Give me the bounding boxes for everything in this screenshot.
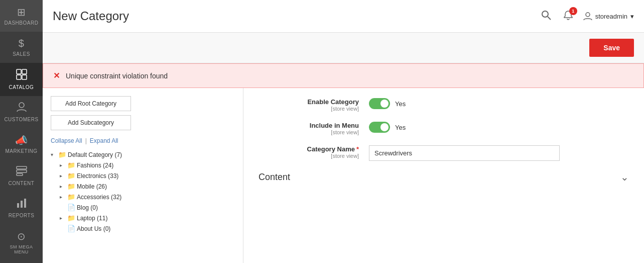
add-root-category-button[interactable]: Add Root Category xyxy=(51,96,131,111)
tree-folder-icon: 📁 xyxy=(67,172,75,180)
collapse-all-link[interactable]: Collapse All xyxy=(51,137,82,144)
section-toggle-icon[interactable]: ⌄ xyxy=(620,171,629,183)
content-icon xyxy=(16,166,27,179)
tree-expand-icon: ▸ xyxy=(60,162,66,168)
svg-rect-10 xyxy=(24,199,26,208)
tree-folder-icon: 📄 xyxy=(67,204,75,211)
notifications-button[interactable]: 1 xyxy=(561,8,575,25)
svg-rect-2 xyxy=(17,75,21,79)
sidebar-item-sales[interactable]: $ Sales xyxy=(0,32,43,63)
tree-folder-icon: 📁 xyxy=(67,193,75,201)
include-menu-control: Yes xyxy=(369,122,406,133)
user-avatar-icon xyxy=(583,12,592,21)
category-name-control xyxy=(369,145,560,161)
include-menu-value: Yes xyxy=(395,124,406,131)
save-button[interactable]: Save xyxy=(589,39,634,57)
tree-item[interactable]: ▸ 📁 Mobile (26) xyxy=(60,181,235,192)
svg-line-12 xyxy=(548,17,551,20)
marketing-icon: 📣 xyxy=(15,134,28,146)
category-name-row: Category Name* [store view] xyxy=(259,145,629,161)
sidebar-item-reports[interactable]: Reports xyxy=(0,192,43,224)
toggle-track xyxy=(369,122,390,133)
tree-folder-icon: 📁 xyxy=(67,183,75,190)
search-button[interactable] xyxy=(539,8,553,25)
include-menu-label: Include in Menu xyxy=(259,122,359,129)
enable-category-row: Enable Category [store view] Yes xyxy=(259,98,629,112)
tree-root-label: Default Category (7) xyxy=(68,151,122,158)
sales-icon: $ xyxy=(19,38,25,49)
tree-folder-icon: 📄 xyxy=(67,225,75,232)
svg-rect-6 xyxy=(17,170,27,172)
category-name-input[interactable] xyxy=(369,145,560,161)
svg-rect-1 xyxy=(22,69,27,74)
sidebar-label-sales: Sales xyxy=(13,51,30,57)
svg-point-11 xyxy=(542,11,548,17)
header-actions: 1 storeadmin ▾ xyxy=(539,8,634,25)
enable-category-label-group: Enable Category [store view] xyxy=(259,98,359,112)
sidebar-item-sm-mega-menu[interactable]: ⊙ SM Mega Menu xyxy=(0,224,43,260)
tree-expand-icon: ▸ xyxy=(60,184,66,189)
sidebar-label-sm-mega-menu: SM Mega Menu xyxy=(3,244,40,254)
tree-item[interactable]: ▸ 📁 Electronics (33) xyxy=(60,170,235,181)
reports-icon xyxy=(16,198,27,211)
category-name-label: Category Name* xyxy=(259,145,359,153)
sidebar-label-marketing: Marketing xyxy=(6,148,38,154)
sm-mega-menu-icon: ⊙ xyxy=(17,230,26,242)
add-subcategory-button[interactable]: Add Subcategory xyxy=(51,115,131,130)
tree-item[interactable]: ▸ 📁 Laptop (11) xyxy=(60,213,235,223)
include-menu-label-group: Include in Menu [store view] xyxy=(259,122,359,135)
sidebar: ⊞ Dashboard $ Sales Catalog Customers 📣 … xyxy=(0,0,43,263)
tree-expand-icon: ▸ xyxy=(60,194,66,200)
content-section-label: Content xyxy=(259,172,290,183)
enable-category-toggle[interactable] xyxy=(369,98,390,109)
required-asterisk: * xyxy=(356,145,359,153)
include-menu-row: Include in Menu [store view] Yes xyxy=(259,122,629,135)
customers-icon xyxy=(16,102,27,115)
expand-all-link[interactable]: Expand All xyxy=(90,137,118,144)
tree-folder-icon: 📁 xyxy=(67,161,75,169)
include-menu-toggle[interactable] xyxy=(369,122,390,133)
tree-children: ▸ 📁 Fashions (24) ▸ 📁 Electronics (33) ▸… xyxy=(60,160,235,234)
tree-item-label: Blog (0) xyxy=(77,204,98,211)
username: storeadmin xyxy=(595,13,627,20)
tree-item-label: Accessories (32) xyxy=(77,194,121,201)
sidebar-item-marketing[interactable]: 📣 Marketing xyxy=(0,128,43,160)
svg-rect-7 xyxy=(17,173,23,176)
form-panel: Enable Category [store view] Yes Include… xyxy=(243,88,644,263)
sidebar-item-catalog[interactable]: Catalog xyxy=(0,63,43,96)
error-banner: ✕ Unique constraint violation found xyxy=(43,63,644,88)
user-dropdown-icon: ▾ xyxy=(630,13,634,20)
svg-rect-9 xyxy=(21,201,23,208)
tree-link-separator: | xyxy=(85,137,87,144)
tree-item[interactable]: ▸ 📁 Accessories (32) xyxy=(60,192,235,202)
page-title: New Category xyxy=(53,9,129,23)
main-content: New Category 1 storeadmi xyxy=(43,0,644,263)
content-area: Add Root Category Add Subcategory Collap… xyxy=(43,88,644,263)
svg-point-13 xyxy=(586,13,590,17)
tree-expand-icon: ▸ xyxy=(60,173,66,179)
tree-item[interactable]: ▸ 📁 Fashions (24) xyxy=(60,160,235,170)
sidebar-item-content[interactable]: Content xyxy=(0,160,43,192)
tree-root-item[interactable]: ▾ 📁 Default Category (7) xyxy=(51,149,235,160)
toggle-thumb xyxy=(380,123,389,131)
tree-controls: Collapse All | Expand All xyxy=(51,137,235,144)
sidebar-item-dashboard[interactable]: ⊞ Dashboard xyxy=(0,0,43,32)
toggle-thumb xyxy=(380,100,389,108)
sidebar-item-customers[interactable]: Customers xyxy=(0,96,43,128)
content-section-header: Content ⌄ xyxy=(259,171,629,183)
tree-expand-icon: ▸ xyxy=(60,215,66,221)
sidebar-label-reports: Reports xyxy=(9,213,35,218)
tree-item[interactable]: ▸ 📄 Blog (0) xyxy=(60,202,235,213)
tree-item-label: Electronics (33) xyxy=(77,172,118,180)
category-tree-panel: Add Root Category Add Subcategory Collap… xyxy=(43,88,243,263)
notification-count: 1 xyxy=(569,7,577,15)
enable-category-label: Enable Category xyxy=(259,98,359,106)
tree-item-label: Mobile (26) xyxy=(77,183,107,190)
include-menu-sublabel: [store view] xyxy=(259,129,359,135)
svg-rect-8 xyxy=(17,203,19,208)
user-menu[interactable]: storeadmin ▾ xyxy=(583,12,634,21)
tree-item-label: About Us (0) xyxy=(77,225,110,232)
tree-item-label: Laptop (11) xyxy=(77,215,107,222)
tree-item[interactable]: ▸ 📄 About Us (0) xyxy=(60,223,235,234)
header: New Category 1 storeadmi xyxy=(43,0,644,33)
